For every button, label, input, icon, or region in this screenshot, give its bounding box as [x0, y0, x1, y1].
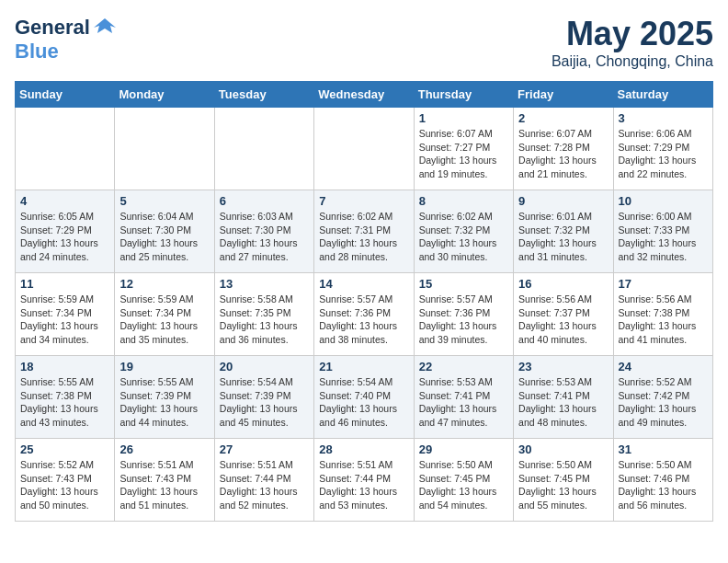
calendar-header: SundayMondayTuesdayWednesdayThursdayFrid… [16, 82, 713, 108]
day-info: Sunrise: 6:03 AM Sunset: 7:30 PM Dayligh… [220, 210, 309, 264]
day-number: 11 [20, 277, 109, 291]
day-number: 25 [20, 442, 109, 456]
day-number: 4 [20, 194, 109, 208]
day-info: Sunrise: 5:56 AM Sunset: 7:38 PM Dayligh… [619, 293, 708, 347]
calendar-day-cell: 3Sunrise: 6:06 AM Sunset: 7:29 PM Daylig… [613, 108, 712, 190]
weekday-header: Monday [115, 82, 214, 108]
weekday-header: Friday [514, 82, 613, 108]
logo-text-blue: Blue [15, 40, 118, 63]
calendar-day-cell: 7Sunrise: 6:02 AM Sunset: 7:31 PM Daylig… [314, 190, 414, 273]
logo-bird-icon [92, 15, 118, 40]
day-number: 1 [419, 111, 508, 125]
weekday-header: Sunday [16, 82, 115, 108]
day-info: Sunrise: 5:57 AM Sunset: 7:36 PM Dayligh… [419, 293, 508, 347]
day-number: 26 [119, 442, 209, 456]
calendar-day-cell: 15Sunrise: 5:57 AM Sunset: 7:36 PM Dayli… [414, 273, 513, 356]
calendar-day-cell: 4Sunrise: 6:05 AM Sunset: 7:29 PM Daylig… [16, 190, 115, 273]
calendar-day-cell: 14Sunrise: 5:57 AM Sunset: 7:36 PM Dayli… [314, 273, 414, 356]
calendar-day-cell: 9Sunrise: 6:01 AM Sunset: 7:32 PM Daylig… [514, 190, 613, 273]
day-info: Sunrise: 5:52 AM Sunset: 7:43 PM Dayligh… [20, 458, 109, 512]
day-info: Sunrise: 6:07 AM Sunset: 7:27 PM Dayligh… [419, 127, 508, 181]
calendar-day-cell: 29Sunrise: 5:50 AM Sunset: 7:45 PM Dayli… [414, 439, 513, 522]
calendar-week-row: 4Sunrise: 6:05 AM Sunset: 7:29 PM Daylig… [16, 190, 713, 273]
day-number: 7 [319, 194, 408, 208]
calendar-day-cell: 22Sunrise: 5:53 AM Sunset: 7:41 PM Dayli… [414, 356, 513, 439]
calendar-day-cell: 21Sunrise: 5:54 AM Sunset: 7:40 PM Dayli… [314, 356, 414, 439]
calendar-day-cell: 16Sunrise: 5:56 AM Sunset: 7:37 PM Dayli… [514, 273, 613, 356]
calendar-day-cell: 2Sunrise: 6:07 AM Sunset: 7:28 PM Daylig… [514, 108, 613, 190]
calendar-day-cell: 30Sunrise: 5:50 AM Sunset: 7:45 PM Dayli… [514, 439, 613, 522]
weekday-header: Tuesday [214, 82, 313, 108]
page-header: General Blue May 2025 Baijia, Chongqing,… [15, 15, 713, 70]
day-number: 29 [419, 442, 508, 456]
calendar-table: SundayMondayTuesdayWednesdayThursdayFrid… [15, 81, 713, 522]
calendar-body: 1Sunrise: 6:07 AM Sunset: 7:27 PM Daylig… [16, 108, 713, 522]
day-info: Sunrise: 6:06 AM Sunset: 7:29 PM Dayligh… [619, 127, 708, 181]
day-info: Sunrise: 5:56 AM Sunset: 7:37 PM Dayligh… [518, 293, 608, 347]
calendar-day-cell: 17Sunrise: 5:56 AM Sunset: 7:38 PM Dayli… [613, 273, 712, 356]
day-info: Sunrise: 5:51 AM Sunset: 7:44 PM Dayligh… [220, 458, 309, 512]
day-info: Sunrise: 5:55 AM Sunset: 7:38 PM Dayligh… [20, 375, 109, 430]
day-number: 24 [619, 360, 708, 373]
day-info: Sunrise: 6:05 AM Sunset: 7:29 PM Dayligh… [20, 210, 109, 264]
day-info: Sunrise: 5:54 AM Sunset: 7:39 PM Dayligh… [220, 375, 309, 430]
calendar-day-cell: 20Sunrise: 5:54 AM Sunset: 7:39 PM Dayli… [214, 356, 313, 439]
calendar-day-cell: 18Sunrise: 5:55 AM Sunset: 7:38 PM Dayli… [16, 356, 115, 439]
day-number: 8 [419, 194, 508, 208]
calendar-week-row: 25Sunrise: 5:52 AM Sunset: 7:43 PM Dayli… [16, 439, 713, 522]
day-info: Sunrise: 5:52 AM Sunset: 7:42 PM Dayligh… [619, 375, 708, 430]
calendar-day-cell [214, 108, 313, 190]
calendar-day-cell: 23Sunrise: 5:53 AM Sunset: 7:41 PM Dayli… [514, 356, 613, 439]
calendar-day-cell [314, 108, 414, 190]
day-number: 19 [119, 360, 209, 373]
day-number: 17 [619, 277, 708, 291]
day-number: 18 [20, 360, 109, 373]
logo: General Blue [15, 15, 118, 63]
day-info: Sunrise: 5:59 AM Sunset: 7:34 PM Dayligh… [20, 293, 109, 347]
calendar-day-cell: 24Sunrise: 5:52 AM Sunset: 7:42 PM Dayli… [613, 356, 712, 439]
day-info: Sunrise: 5:53 AM Sunset: 7:41 PM Dayligh… [518, 375, 608, 430]
day-number: 3 [619, 111, 708, 125]
day-number: 9 [518, 194, 608, 208]
day-info: Sunrise: 6:07 AM Sunset: 7:28 PM Dayligh… [518, 127, 608, 181]
day-number: 27 [220, 442, 309, 456]
day-number: 5 [119, 194, 209, 208]
location: Baijia, Chongqing, China [552, 53, 713, 70]
day-info: Sunrise: 5:58 AM Sunset: 7:35 PM Dayligh… [220, 293, 309, 347]
day-number: 30 [518, 442, 608, 456]
day-info: Sunrise: 5:50 AM Sunset: 7:45 PM Dayligh… [518, 458, 608, 512]
calendar-day-cell: 13Sunrise: 5:58 AM Sunset: 7:35 PM Dayli… [214, 273, 313, 356]
day-number: 21 [319, 360, 408, 373]
day-number: 16 [518, 277, 608, 291]
day-number: 14 [319, 277, 408, 291]
day-number: 2 [518, 111, 608, 125]
weekday-header: Thursday [414, 82, 513, 108]
day-info: Sunrise: 5:53 AM Sunset: 7:41 PM Dayligh… [419, 375, 508, 430]
day-info: Sunrise: 6:01 AM Sunset: 7:32 PM Dayligh… [518, 210, 608, 264]
day-info: Sunrise: 6:00 AM Sunset: 7:33 PM Dayligh… [619, 210, 708, 264]
day-info: Sunrise: 5:51 AM Sunset: 7:43 PM Dayligh… [119, 458, 209, 512]
month-title: May 2025 [552, 15, 713, 53]
weekday-header: Wednesday [314, 82, 414, 108]
calendar-week-row: 11Sunrise: 5:59 AM Sunset: 7:34 PM Dayli… [16, 273, 713, 356]
day-info: Sunrise: 6:02 AM Sunset: 7:31 PM Dayligh… [319, 210, 408, 264]
day-info: Sunrise: 6:02 AM Sunset: 7:32 PM Dayligh… [419, 210, 508, 264]
calendar-day-cell: 12Sunrise: 5:59 AM Sunset: 7:34 PM Dayli… [115, 273, 214, 356]
day-number: 6 [220, 194, 309, 208]
day-info: Sunrise: 6:04 AM Sunset: 7:30 PM Dayligh… [119, 210, 209, 264]
day-number: 15 [419, 277, 508, 291]
day-number: 10 [619, 194, 708, 208]
calendar-day-cell: 11Sunrise: 5:59 AM Sunset: 7:34 PM Dayli… [16, 273, 115, 356]
calendar-day-cell: 26Sunrise: 5:51 AM Sunset: 7:43 PM Dayli… [115, 439, 214, 522]
svg-marker-0 [94, 18, 116, 33]
calendar-day-cell: 8Sunrise: 6:02 AM Sunset: 7:32 PM Daylig… [414, 190, 513, 273]
day-number: 22 [419, 360, 508, 373]
day-number: 12 [119, 277, 209, 291]
calendar-day-cell [115, 108, 214, 190]
weekday-header: Saturday [613, 82, 712, 108]
day-info: Sunrise: 5:59 AM Sunset: 7:34 PM Dayligh… [119, 293, 209, 347]
calendar-day-cell: 28Sunrise: 5:51 AM Sunset: 7:44 PM Dayli… [314, 439, 414, 522]
calendar-day-cell: 10Sunrise: 6:00 AM Sunset: 7:33 PM Dayli… [613, 190, 712, 273]
calendar-day-cell: 1Sunrise: 6:07 AM Sunset: 7:27 PM Daylig… [414, 108, 513, 190]
day-number: 31 [619, 442, 708, 456]
